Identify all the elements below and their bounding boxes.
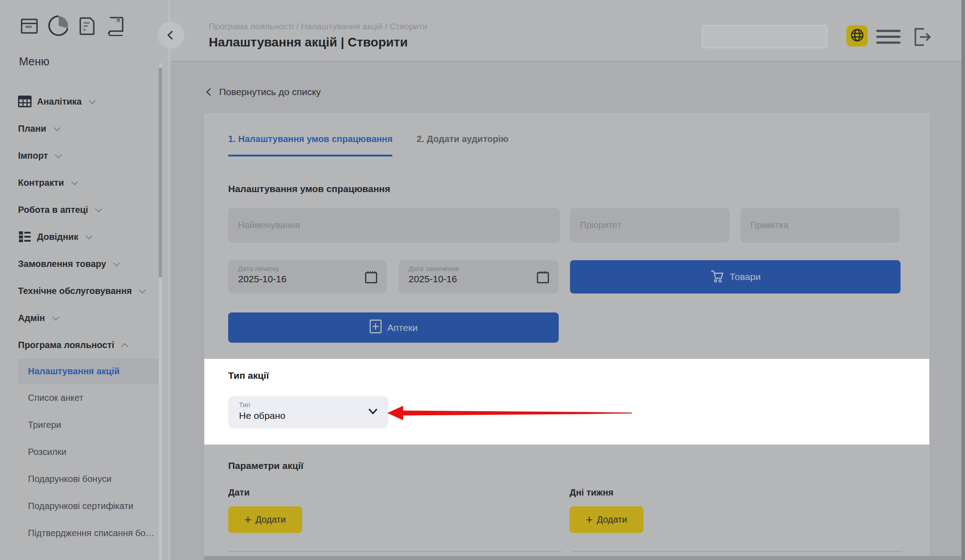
sidebar-item-rozsylky[interactable]: Розсилки [18, 438, 159, 465]
sidebar-item-dovidnyk[interactable]: Довідник [0, 223, 169, 250]
chevron-down-icon [53, 124, 60, 131]
sidebar-collapse-button[interactable] [157, 22, 184, 49]
name-input[interactable] [228, 208, 560, 243]
sidebar-item-podarunkovi-sertyfikaty[interactable]: Подарункові сертифікати [18, 492, 159, 519]
sidebar-item-label: Робота в аптеці [18, 205, 88, 215]
tab-audience[interactable]: 2. Додати аудиторію [417, 134, 509, 144]
sidebar-subitem-label: Розсилки [28, 447, 66, 457]
sidebar-item-label: Адмін [18, 313, 45, 323]
page-title: Налаштування акцій | Створити [209, 35, 408, 50]
logo [19, 14, 126, 37]
sidebar-item-pidtverdzhennya-spysannya[interactable]: Підтвердження списання бону… [18, 519, 159, 546]
sidebar-item-plany[interactable]: Плани [0, 115, 169, 142]
sidebar-item-label: Замовлення товару [18, 259, 106, 269]
breadcrumb: Програма лояльності / Налаштування акцій… [209, 22, 427, 32]
pie-chart-icon [47, 14, 70, 37]
end-date-value: 2025-10-16 [409, 274, 550, 285]
chevron-down-icon [52, 313, 59, 321]
start-date-value: 2025-10-16 [238, 274, 378, 285]
globe-icon [850, 28, 864, 44]
chevron-down-icon [55, 151, 62, 158]
note-input[interactable] [740, 208, 900, 243]
sidebar-item-label: Технічне обслуговування [18, 286, 132, 296]
sidebar-item-spysok-anket[interactable]: Список анкет [18, 384, 159, 411]
promo-type-highlight-section: Тип акції Тип Не обрано [204, 359, 929, 445]
conditions-section-heading: Налаштування умов спрацювання [228, 184, 391, 194]
add-weekday-button-label: Додати [597, 514, 627, 525]
sidebar-item-label: Контракти [18, 178, 64, 188]
start-date-label: Дата початку [238, 265, 378, 272]
dates-column-label: Дати [228, 487, 249, 498]
form-card: 1. Налаштування умов спрацювання 2. Дода… [204, 113, 929, 560]
hamburger-menu-icon[interactable] [876, 30, 901, 47]
sidebar-item-robota-v-aptetsi[interactable]: Робота в аптеці [0, 196, 169, 223]
sidebar-item-admin[interactable]: Адмін [0, 304, 169, 331]
sidebar-item-label: Програма лояльності [18, 340, 114, 350]
sidebar-scrollbar-thumb[interactable] [159, 68, 162, 277]
back-to-list-link[interactable]: Повернутись до списку [207, 87, 321, 97]
sidebar-item-prohrama-loyalnosti[interactable]: Програма лояльності [0, 331, 169, 358]
end-date-label: Дата закінчення [409, 265, 550, 272]
tab-conditions[interactable]: 1. Налаштування умов спрацювання [228, 134, 393, 144]
chevron-down-icon [113, 259, 120, 266]
table-grid-icon [18, 96, 32, 107]
page-scrollbar[interactable] [961, 0, 965, 560]
sidebar-subitem-label: Список анкет [28, 393, 83, 403]
sidebar-item-analitika[interactable]: Аналітика [0, 88, 169, 115]
active-tab-indicator [228, 155, 392, 156]
add-date-button-label: Додати [256, 514, 286, 525]
add-date-button[interactable]: + Додати [228, 506, 302, 533]
sidebar-item-nalashtuvannya-aktsiy[interactable]: Налаштування акцій [18, 358, 159, 384]
book-icon [105, 15, 126, 36]
document-icon [78, 15, 97, 36]
archive-box-icon [19, 15, 40, 36]
sidebar-item-tekhnichne-obsluhovuvannya[interactable]: Технічне обслуговування [0, 277, 169, 304]
logout-button[interactable] [910, 25, 933, 50]
sidebar-subitem-label: Подарункові бонуси [28, 474, 111, 484]
sidebar-item-import[interactable]: Імпорт [0, 142, 169, 169]
sidebar-subitem-label: Підтвердження списання бону… [28, 528, 159, 538]
sidebar-item-label: Імпорт [18, 151, 48, 161]
priority-input[interactable] [570, 208, 730, 243]
divider [572, 551, 902, 552]
logout-icon [910, 41, 933, 49]
products-button-label: Товари [730, 271, 761, 282]
sidebar-item-kontrakty[interactable]: Контракти [0, 169, 169, 196]
sidebar-item-label: Плани [18, 124, 46, 134]
pharmacies-button-label: Аптеки [387, 322, 418, 333]
chevron-down-icon [95, 205, 102, 212]
header-search-input[interactable] [702, 25, 827, 48]
next-section-edge [204, 556, 965, 560]
promo-type-heading: Тип акції [228, 370, 269, 381]
app-window: Меню Аналітика Плани Імпорт Контракти Ро… [0, 0, 965, 560]
products-button[interactable]: Товари [570, 260, 901, 294]
sidebar: Меню Аналітика Плани Імпорт Контракти Ро… [0, 0, 171, 560]
sidebar-item-podarunkovi-bonusy[interactable]: Подарункові бонуси [18, 465, 159, 492]
sidebar-item-label: Аналітика [37, 96, 82, 107]
sidebar-item-zamovlennya-tovaru[interactable]: Замовлення товару [0, 250, 169, 277]
promo-type-select-label: Тип [239, 401, 388, 409]
chevron-left-icon [167, 31, 176, 40]
add-weekday-button[interactable]: + Додати [570, 506, 643, 533]
start-date-picker[interactable]: Дата початку 2025-10-16 [228, 260, 387, 294]
chevron-down-icon [89, 97, 96, 104]
plus-square-icon [369, 319, 382, 336]
pharmacies-button[interactable]: Аптеки [228, 312, 559, 343]
sidebar-subnav: Налаштування акцій Список анкет Тригери … [0, 358, 169, 546]
cart-icon [710, 269, 724, 285]
sidebar-item-tryhery[interactable]: Тригери [18, 411, 159, 438]
params-section-heading: Параметри акції [228, 460, 303, 471]
sidebar-item-label: Довідник [37, 232, 78, 242]
back-link-label: Повернутись до списку [219, 87, 321, 97]
promo-type-select[interactable]: Тип Не обрано [228, 396, 388, 428]
language-button[interactable] [846, 25, 868, 46]
sidebar-divider [169, 0, 170, 560]
sidebar-subitem-label: Налаштування акцій [28, 366, 119, 376]
chevron-down-icon [71, 178, 78, 185]
weekdays-column-label: Дні тижня [570, 487, 613, 498]
sidebar-subitem-label: Подарункові сертифікати [28, 501, 133, 511]
chevron-left-icon [207, 88, 214, 96]
end-date-picker[interactable]: Дата закінчення 2025-10-16 [399, 260, 559, 294]
chevron-down-icon [139, 286, 146, 294]
sidebar-subitem-label: Тригери [28, 420, 61, 430]
